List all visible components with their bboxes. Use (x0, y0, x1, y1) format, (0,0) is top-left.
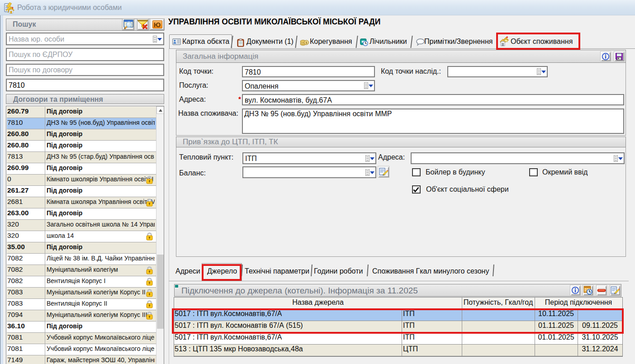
svg-text:$: $ (305, 41, 308, 45)
